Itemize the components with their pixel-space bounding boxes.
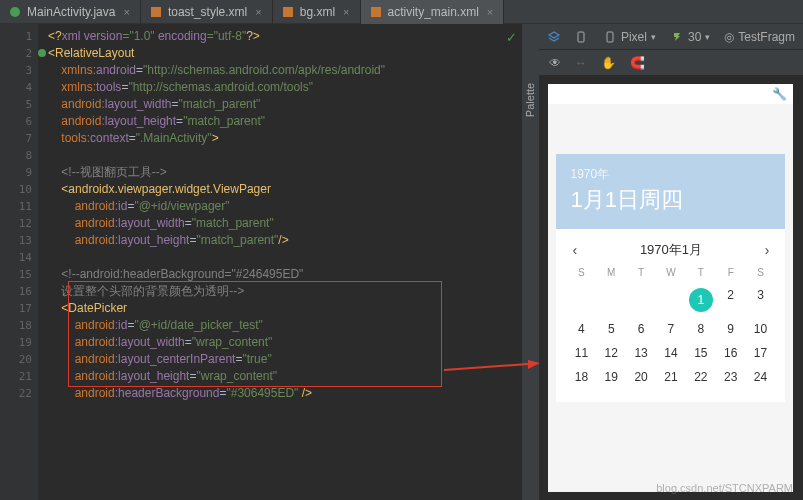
svg-rect-4 (578, 32, 584, 42)
datepicker-header: 1970年 1月1日周四 (556, 154, 785, 229)
day-header: S (746, 267, 776, 278)
designer-panel: Palette Pixel▾ 30▾ ◎ TestFragm 👁 ↔ ✋ 🧲 🔧 (521, 24, 803, 500)
java-icon (8, 5, 22, 19)
code-content[interactable]: <?xml version="1.0" encoding="utf-8"?> <… (38, 24, 521, 500)
next-month[interactable]: › (765, 242, 770, 258)
close-icon[interactable]: × (487, 6, 493, 18)
close-icon[interactable]: × (343, 6, 349, 18)
day-cell[interactable]: 9 (716, 322, 746, 336)
day-cell[interactable]: 18 (566, 370, 596, 384)
day-cell[interactable]: 1 (686, 288, 716, 312)
day-cell[interactable]: 21 (656, 370, 686, 384)
dp-date[interactable]: 1月1日周四 (570, 185, 771, 215)
day-cell[interactable]: 15 (686, 346, 716, 360)
day-header: T (626, 267, 656, 278)
device-select[interactable]: Pixel▾ (603, 30, 656, 44)
day-cell[interactable]: 10 (746, 322, 776, 336)
day-cell[interactable]: 19 (596, 370, 626, 384)
fragment-select[interactable]: ◎ TestFragm (724, 30, 795, 44)
phone-preview: 🔧 1970年 1月1日周四 ‹ 1970年1月 › SMTWTFS123456… (548, 84, 793, 492)
day-header: T (686, 267, 716, 278)
svg-rect-5 (607, 32, 613, 42)
close-icon[interactable]: × (255, 6, 261, 18)
magnet-icon[interactable]: 🧲 (630, 56, 645, 70)
day-cell[interactable]: 23 (716, 370, 746, 384)
hand-icon[interactable]: ✋ (601, 56, 616, 70)
day-header: F (716, 267, 746, 278)
day-cell[interactable]: 12 (596, 346, 626, 360)
wrench-icon: 🔧 (772, 87, 787, 101)
day-cell (596, 288, 626, 312)
code-editor[interactable]: ✓ 1 2 3 4 5 6 7 8 9 10 11 12 13 14 15 16… (0, 24, 521, 500)
day-cell[interactable]: 5 (596, 322, 626, 336)
xml-icon (149, 5, 163, 19)
day-cell[interactable]: 11 (566, 346, 596, 360)
calendar: ‹ 1970年1月 › SMTWTFS123456789101112131415… (556, 229, 785, 402)
day-cell[interactable]: 2 (716, 288, 746, 312)
day-header: W (656, 267, 686, 278)
calendar-grid: SMTWTFS123456789101112131415161718192021… (566, 267, 775, 384)
day-header: M (596, 267, 626, 278)
xml-icon (281, 5, 295, 19)
day-header: S (566, 267, 596, 278)
editor-tabs: MainActivity.java× toast_style.xml× bg.x… (0, 0, 803, 24)
day-cell[interactable]: 4 (566, 322, 596, 336)
orientation-icon[interactable] (575, 30, 589, 44)
svg-rect-1 (151, 7, 161, 17)
day-cell[interactable]: 8 (686, 322, 716, 336)
eye-icon[interactable]: 👁 (549, 56, 561, 70)
tab-activitymain[interactable]: activity_main.xml× (361, 0, 505, 24)
svg-point-0 (10, 7, 20, 17)
month-label: 1970年1月 (640, 241, 702, 259)
designer-toolbar: Pixel▾ 30▾ ◎ TestFragm (539, 24, 803, 50)
day-cell[interactable]: 20 (626, 370, 656, 384)
day-cell[interactable]: 3 (746, 288, 776, 312)
design-canvas[interactable]: 🔧 1970年 1月1日周四 ‹ 1970年1月 › SMTWTFS123456… (539, 76, 803, 500)
xml-icon (369, 5, 383, 19)
day-cell (626, 288, 656, 312)
day-cell[interactable]: 6 (626, 322, 656, 336)
prev-month[interactable]: ‹ (572, 242, 577, 258)
designer-subtoolbar: 👁 ↔ ✋ 🧲 (539, 50, 803, 76)
svg-rect-2 (283, 7, 293, 17)
palette-rail[interactable]: Palette (521, 24, 539, 500)
day-cell[interactable]: 17 (746, 346, 776, 360)
main-split: ✓ 1 2 3 4 5 6 7 8 9 10 11 12 13 14 15 16… (0, 24, 803, 500)
tab-toaststyle[interactable]: toast_style.xml× (141, 0, 273, 24)
svg-rect-3 (371, 7, 381, 17)
tab-bg[interactable]: bg.xml× (273, 0, 361, 24)
layers-icon[interactable] (547, 30, 561, 44)
api-select[interactable]: 30▾ (670, 30, 710, 44)
day-cell[interactable]: 7 (656, 322, 686, 336)
status-bar: 🔧 (548, 84, 793, 104)
day-cell (656, 288, 686, 312)
arrows-icon[interactable]: ↔ (575, 56, 587, 70)
day-cell[interactable]: 16 (716, 346, 746, 360)
day-cell[interactable]: 24 (746, 370, 776, 384)
gutter: 1 2 3 4 5 6 7 8 9 10 11 12 13 14 15 16 1… (0, 24, 38, 500)
day-cell[interactable]: 13 (626, 346, 656, 360)
day-cell (566, 288, 596, 312)
dp-year[interactable]: 1970年 (570, 166, 771, 183)
day-cell[interactable]: 14 (656, 346, 686, 360)
tab-mainactivity[interactable]: MainActivity.java× (0, 0, 141, 24)
day-cell[interactable]: 22 (686, 370, 716, 384)
watermark: blog.csdn.net/STCNXPARM (656, 482, 793, 494)
close-icon[interactable]: × (123, 6, 129, 18)
